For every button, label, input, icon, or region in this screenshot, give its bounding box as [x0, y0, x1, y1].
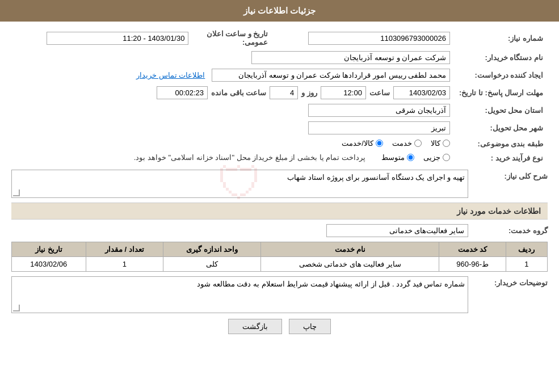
purchase-type-motavasset[interactable]: متوسط [381, 153, 414, 162]
purchase-type-options: جزیی متوسط پرداخت تمام یا بخشی از مبلغ خ… [11, 151, 455, 165]
buyer-notes-container: شماره تماس فید گردد . قبل از ارائه پیشنه… [11, 276, 468, 313]
purchase-type-jozi-label: جزیی [423, 153, 440, 162]
service-group-value: سایر فعالیت‌های خدماتی [326, 224, 468, 237]
row-province: استان محل تحویل: آذربایجان شرقی [11, 102, 548, 119]
response-remaining-input: 00:02:23 [157, 86, 208, 99]
category-kala-radio[interactable] [443, 140, 450, 147]
buyer-org-label: نام دستگاه خریدار: [455, 49, 548, 66]
city-input: تبریز [308, 121, 450, 134]
cell-unit: کلی [163, 257, 261, 272]
row-purchase-type: نوع فرآیند خرید : جزیی متوسط پرداخت تمام… [11, 151, 548, 165]
creator-input: محمد لطفی رییس امور قراردادها شرکت عمران… [212, 69, 450, 82]
category-options: کالا خدمت کالا/خدمت [11, 137, 455, 151]
resize-handle-notes[interactable] [13, 305, 20, 311]
print-button[interactable]: چاپ [289, 319, 331, 334]
cell-name: سایر فعالیت های خدماتی شخصی [261, 257, 439, 272]
response-days-label: روز و [301, 88, 317, 97]
category-radio-group: کالا خدمت کالا/خدمت [342, 139, 450, 147]
cell-date: 1403/02/06 [12, 257, 86, 272]
announce-input: 1403/01/30 - 11:20 [47, 32, 188, 45]
creator-label: ایجاد کننده درخواست: [455, 66, 548, 84]
need-summary-container: 🛡 تهیه و اجرای یک دستگاه آسانسور برای پر… [11, 170, 468, 198]
cell-code: ط-96-960 [439, 257, 506, 272]
purchase-type-radio-group: جزیی متوسط پرداخت تمام یا بخشی از مبلغ خ… [134, 153, 450, 162]
row-buyer-org: نام دستگاه خریدار: شرکت عمران و توسعه آذ… [11, 49, 548, 66]
back-button[interactable]: بازگشت [228, 319, 282, 334]
category-kala-khedmat-radio[interactable] [376, 140, 383, 147]
response-time-input: 12:00 [321, 86, 366, 99]
creator-link[interactable]: اطلاعات تماس خریدار [136, 71, 205, 79]
need-summary-label: شرح کلی نیاز: [474, 170, 548, 180]
main-info-table: شماره نیاز: 1103096793000026 تاریخ و ساع… [11, 27, 548, 165]
buyer-notes-value: شماره تماس فید گردد . قبل از ارائه پیشنه… [197, 280, 465, 288]
category-radio-khedmat[interactable]: خدمت [392, 139, 422, 147]
need-number-value: 1103096793000026 [272, 27, 454, 49]
col-unit: واحد اندازه گیری [163, 242, 261, 257]
announce-value: 1403/01/30 - 11:20 [11, 27, 193, 49]
row-city: شهر محل تحویل: تبریز [11, 119, 548, 137]
buyer-notes-section: توضیحات خریدار: شماره تماس فید گردد . قب… [11, 276, 548, 313]
category-radio-kala-khedmat[interactable]: کالا/خدمت [342, 139, 383, 147]
col-date: تاریخ نیاز [12, 242, 86, 257]
col-quantity: تعداد / مقدار [86, 242, 163, 257]
province-value: آذربایجان شرقی [11, 102, 455, 119]
buyer-notes-label: توضیحات خریدار: [474, 276, 548, 287]
purchase-type-motavasset-radio[interactable] [407, 154, 414, 161]
response-deadline-label: مهلت ارسال پاسخ: تا تاریخ: [455, 84, 548, 102]
category-kala-khedmat-label: کالا/خدمت [342, 139, 373, 147]
need-number-label: شماره نیاز: [455, 27, 548, 49]
services-table-body: 1ط-96-960سایر فعالیت های خدماتی شخصیکلی1… [12, 257, 548, 272]
buyer-org-value: شرکت عمران و توسعه آذربایجان [11, 49, 455, 66]
col-row: ردیف [506, 242, 547, 257]
province-label: استان محل تحویل: [455, 102, 548, 119]
city-label: شهر محل تحویل: [455, 119, 548, 137]
services-header-row: ردیف کد خدمت نام خدمت واحد اندازه گیری ت… [12, 242, 548, 257]
row-category: طبقه بندی موضوعی: کالا خدمت کالا/خدمت [11, 137, 548, 151]
purchase-type-motavasset-label: متوسط [381, 153, 405, 162]
row-creator: ایجاد کننده درخواست: محمد لطفی رییس امور… [11, 66, 548, 84]
row-response-deadline: مهلت ارسال پاسخ: تا تاریخ: 1403/02/03 سا… [11, 84, 548, 102]
page-title: جزئیات اطلاعات نیاز [243, 6, 316, 15]
page-header: جزئیات اطلاعات نیاز [0, 0, 559, 22]
response-time-label: ساعت [369, 88, 390, 97]
response-days-input: 4 [270, 86, 298, 99]
resize-handle[interactable] [13, 189, 20, 196]
need-number-input: 1103096793000026 [308, 32, 450, 45]
need-summary-value: تهیه و اجرای یک دستگاه آسانسور برای پروژ… [287, 173, 465, 182]
response-remaining-label: ساعت باقی مانده [211, 88, 266, 97]
buttons-row: چاپ بازگشت [11, 319, 548, 334]
services-table: ردیف کد خدمت نام خدمت واحد اندازه گیری ت… [11, 242, 548, 272]
purchase-type-jozi-radio[interactable] [443, 154, 450, 161]
service-group-label: گروه خدمت: [474, 226, 548, 235]
purchase-type-note: پرداخت تمام یا بخشی از مبلغ خریداز محل "… [134, 153, 365, 162]
announce-label: تاریخ و ساعت اعلان عمومی: [193, 27, 272, 49]
category-kala-label: کالا [431, 139, 440, 147]
table-row: 1ط-96-960سایر فعالیت های خدماتی شخصیکلی1… [12, 257, 548, 272]
category-khedmat-radio[interactable] [414, 140, 422, 147]
services-section-title: اطلاعات خدمات مورد نیاز [11, 203, 548, 220]
content-area: شماره نیاز: 1103096793000026 تاریخ و ساع… [0, 22, 559, 345]
category-radio-kala[interactable]: کالا [431, 139, 450, 147]
purchase-type-jozi[interactable]: جزیی [423, 153, 450, 162]
row-need-number: شماره نیاز: 1103096793000026 تاریخ و ساع… [11, 27, 548, 49]
category-khedmat-label: خدمت [392, 139, 412, 147]
province-input: آذربایجان شرقی [308, 104, 450, 117]
response-deadline-value: 1403/02/03 ساعت 12:00 روز و 4 ساعت باقی … [11, 84, 455, 102]
creator-value: محمد لطفی رییس امور قراردادها شرکت عمران… [11, 66, 455, 84]
page-wrapper: جزئیات اطلاعات نیاز شماره نیاز: 11030967… [0, 0, 559, 392]
category-label: طبقه بندی موضوعی: [455, 137, 548, 151]
need-summary-section: شرح کلی نیاز: 🛡 تهیه و اجرای یک دستگاه آ… [11, 170, 548, 198]
col-code: کد خدمت [439, 242, 506, 257]
col-name: نام خدمت [261, 242, 439, 257]
city-value: تبریز [11, 119, 455, 137]
cell-quantity: 1 [86, 257, 163, 272]
service-group-row: گروه خدمت: سایر فعالیت‌های خدماتی [11, 224, 548, 237]
buyer-org-input: شرکت عمران و توسعه آذربایجان [251, 51, 450, 64]
response-date-input: 1403/02/03 [393, 86, 450, 99]
services-table-header: ردیف کد خدمت نام خدمت واحد اندازه گیری ت… [12, 242, 548, 257]
cell-row: 1 [506, 257, 547, 272]
purchase-type-label: نوع فرآیند خرید : [455, 151, 548, 165]
